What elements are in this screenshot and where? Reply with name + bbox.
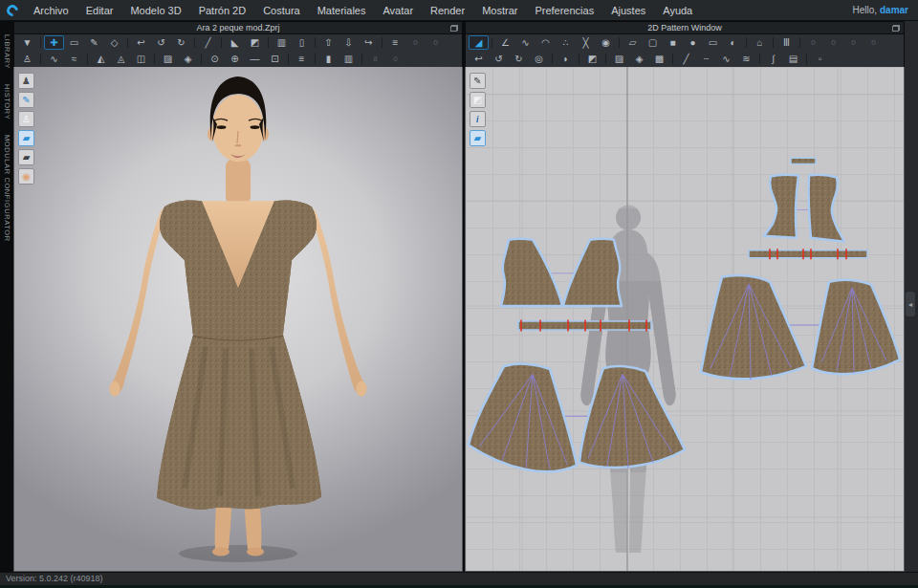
select-move-tool[interactable]: ✚ — [44, 35, 64, 50]
attach-button-tool[interactable]: — — [245, 52, 265, 66]
edit-texture-tool[interactable]: ▨ — [158, 52, 178, 66]
pin-tool[interactable]: ╱ — [198, 35, 218, 50]
simulate-tool[interactable]: ▼ — [17, 35, 37, 50]
rotate-cw-tool[interactable]: ↻ — [509, 52, 529, 66]
avatar-editor-toggle[interactable]: ✎ — [18, 92, 34, 108]
panel-expand-handle[interactable]: ◄ — [906, 292, 915, 316]
fabric-texture-view-toggle[interactable]: ▰ — [18, 130, 34, 146]
clipped-cell[interactable]: 0 — [843, 35, 863, 50]
show-avatar-mesh-toggle[interactable]: ♙ — [18, 111, 34, 127]
trace-pattern-tool[interactable]: ◉ — [596, 35, 616, 50]
garment-fit-tool[interactable]: ◩ — [245, 35, 265, 50]
graphic-2d-tool[interactable]: ◈ — [629, 52, 649, 66]
fold-sewing-tool[interactable]: ◬ — [111, 52, 131, 66]
transform-pattern-tool[interactable]: ◢ — [469, 35, 489, 50]
graphic-tool[interactable]: ◈ — [178, 52, 198, 66]
free-sewing-tool[interactable]: ≈ — [64, 52, 84, 66]
fasten-tool[interactable]: ⊡ — [265, 52, 285, 66]
arrangement-down-tool[interactable]: ⇩ — [339, 35, 359, 50]
internal-curve-tool[interactable]: ∿ — [716, 52, 736, 66]
fold-arrangement-tool[interactable]: ↩ — [131, 35, 151, 50]
pattern-piece-front-bodice-left[interactable] — [501, 239, 562, 306]
steam-iron-tool[interactable]: ◗ — [556, 52, 576, 66]
edit-curve-point-tool[interactable]: ◠ — [536, 35, 556, 50]
edit-pattern-tool[interactable]: ∠ — [495, 35, 515, 50]
elastic-tool[interactable]: ∫ — [763, 52, 783, 66]
pattern-color-tool[interactable]: ▩ — [649, 52, 669, 66]
rotate-ccw-tool[interactable]: ↺ — [489, 52, 509, 66]
select-box-tool[interactable]: ▭ — [64, 35, 84, 50]
edit-seam-allowance-tool[interactable]: ╳ — [576, 35, 596, 50]
viewport-2d[interactable]: ✎◩i▰ — [465, 67, 905, 572]
edit-curvature-tool[interactable]: ∿ — [515, 35, 536, 50]
viewport-3d[interactable]: ♟✎♙▰▰◉ — [13, 67, 463, 572]
menu-item-render[interactable]: Render — [422, 0, 473, 21]
clipped-cell[interactable]: 0 — [863, 35, 884, 50]
menu-item-editar[interactable]: Editar — [77, 0, 122, 21]
rounded-rectangle-tool[interactable]: ▭ — [703, 35, 723, 50]
edit-sewing-tool[interactable]: ◭ — [91, 52, 111, 66]
show-front-only-tool[interactable]: ▥ — [272, 35, 292, 50]
fabric-roll-tool[interactable]: ▥ — [339, 52, 359, 66]
edit-texture-2d-tool[interactable]: ▨ — [609, 52, 629, 66]
menu-item-costura[interactable]: Costura — [254, 0, 309, 21]
pattern-information-toggle[interactable]: i — [470, 111, 486, 127]
grading-tool[interactable]: ▫ — [810, 52, 830, 66]
clipped-cell[interactable]: 0 — [823, 35, 843, 50]
tack-tool[interactable]: ≋ — [736, 52, 756, 66]
show-garment-toggle[interactable]: ◩ — [582, 52, 602, 66]
select-lasso-tool[interactable]: ◇ — [104, 35, 124, 50]
arrangement-up-tool[interactable]: ⇧ — [318, 35, 339, 50]
window-2d-titlebar[interactable]: 2D Pattern Window — [465, 21, 905, 34]
zipper-tool[interactable]: ≡ — [292, 52, 312, 66]
dart-tool[interactable]: ◐ — [723, 35, 743, 50]
menu-item-materiales[interactable]: Materiales — [309, 0, 375, 21]
window-3d-titlebar[interactable]: Ara 2 peque mod.Zprj — [13, 21, 463, 34]
pattern-outline-tool[interactable]: ⌂ — [750, 35, 770, 50]
basting-line-tool[interactable]: ┄ — [696, 52, 716, 66]
fabric-mesh-view-toggle[interactable]: ▰ — [18, 149, 34, 165]
restore-window-icon[interactable] — [450, 25, 458, 32]
menu-item-ayuda[interactable]: Ayuda — [654, 0, 701, 21]
reset-2d-arrangement-tool[interactable]: ↺ — [151, 35, 171, 50]
buttonhole-tool[interactable]: ⊕ — [225, 52, 245, 66]
clo-logo[interactable] — [0, 5, 25, 16]
show-fabric-toggle[interactable]: ▰ — [470, 130, 486, 146]
dock-tab-modular-configurator[interactable]: MODULAR CONFIGURATOR — [3, 135, 11, 242]
pattern-piece-back-bodice-right[interactable] — [809, 175, 844, 242]
show-avatar-toggle[interactable]: ♟ — [18, 73, 34, 89]
detach-sewing-tool[interactable]: ◫ — [131, 52, 151, 66]
binding-tool[interactable]: ▮ — [318, 52, 339, 66]
show-avatar-head-toggle[interactable]: ◉ — [18, 168, 34, 185]
circle-pattern-tool[interactable]: ● — [683, 35, 703, 50]
drag-garment-tool[interactable]: ◣ — [225, 35, 245, 50]
polygon-pattern-tool[interactable]: ▢ — [643, 35, 663, 50]
arrangement-points-toggle[interactable]: ≡ — [385, 35, 405, 50]
clipped-cell[interactable]: 0 — [405, 35, 426, 50]
dock-tab-history[interactable]: HISTORY — [3, 84, 11, 120]
button-tool[interactable]: ⊙ — [205, 52, 225, 66]
symmetric-pattern-tool[interactable]: ◎ — [529, 52, 549, 66]
clipped-cell[interactable]: 8 — [365, 52, 385, 66]
clipped-cell[interactable]: 0 — [385, 52, 405, 66]
sync-to-2d-tool[interactable]: ↪ — [359, 35, 379, 50]
internal-line-tool[interactable]: ╱ — [676, 52, 696, 66]
clone-pattern-tool[interactable]: ▱ — [623, 35, 643, 50]
pattern-piece-back-bodice-left[interactable] — [764, 175, 798, 238]
unfold-pattern-tool[interactable]: ↩ — [469, 52, 489, 66]
dock-tab-library[interactable]: LIBRARY — [3, 34, 11, 69]
rotate-garment-tool[interactable]: ↻ — [171, 35, 191, 50]
pattern-piece-front-bodice-right[interactable] — [563, 239, 622, 306]
pleats-tool[interactable]: Ⅲ — [776, 35, 797, 50]
menu-item-preferencias[interactable]: Preferencias — [526, 0, 602, 21]
select-mesh-tool[interactable]: ✎ — [84, 35, 104, 50]
restore-window-icon[interactable] — [892, 25, 900, 32]
pattern-piece-back-skirt-left[interactable] — [701, 275, 806, 379]
clipped-cell[interactable]: 0 — [426, 35, 446, 50]
menu-item-mostrar[interactable]: Mostrar — [473, 0, 526, 21]
show-back-only-tool[interactable]: ▯ — [292, 35, 312, 50]
menu-item-avatar[interactable]: Avatar — [374, 0, 422, 21]
clipped-cell[interactable]: 0 — [803, 35, 823, 50]
segment-sewing-tool[interactable]: ∿ — [44, 52, 64, 66]
edit-texture-toggle[interactable]: ✎ — [470, 73, 486, 89]
